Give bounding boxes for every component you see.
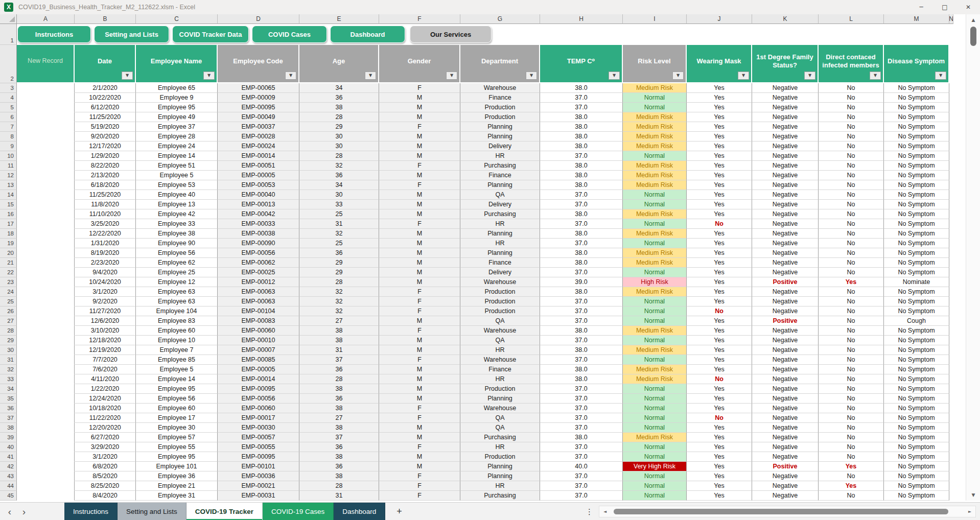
cell-wearing-mask[interactable]: Yes [687,297,752,306]
cell-disease-symptom[interactable]: No Symptom [884,180,949,190]
cell-temp[interactable]: 37.0 [540,190,623,200]
cell-department[interactable]: Planning [460,394,540,404]
cell-disease-symptom[interactable]: No Symptom [884,112,949,122]
header-cell-family-status[interactable]: 1st Degree Family Status?▼ [752,45,819,83]
row-number[interactable]: 17 [0,219,17,229]
cell-family-status[interactable]: Negative [752,423,819,433]
cell-wearing-mask[interactable]: Yes [687,161,752,171]
cell-family-status[interactable]: Negative [752,151,819,161]
cell-family-status[interactable]: Negative [752,355,819,365]
cell-employee-code[interactable]: EMP-00090 [218,239,299,248]
cell-date[interactable]: 3/10/2020 [75,326,136,336]
cell-age[interactable]: 31 [299,491,379,501]
cell-temp[interactable]: 37.0 [540,413,623,423]
select-all-corner[interactable] [0,14,17,24]
cell-gender[interactable]: M [379,258,460,268]
cell-employee-code[interactable]: EMP-00053 [218,180,299,190]
cell-employee-code[interactable]: EMP-00055 [218,442,299,452]
cell-employee-name[interactable]: Employee 57 [136,433,218,442]
cell-date[interactable]: 2/13/2020 [75,171,136,180]
cell-age[interactable]: 31 [299,219,379,229]
cell-disease-symptom[interactable]: No Symptom [884,442,949,452]
sheet-tab-covid-19-tracker[interactable]: COVID-19 Tracker [186,503,263,520]
cell-temp[interactable]: 38.0 [540,141,623,151]
cell-wearing-mask[interactable]: No [687,413,752,423]
cell-new-record[interactable] [17,122,75,132]
cell-employee-name[interactable]: Employee 55 [136,442,218,452]
cell-date[interactable]: 11/27/2020 [75,306,136,316]
cell-direct-contact[interactable]: No [819,297,884,306]
cell-direct-contact[interactable]: No [819,442,884,452]
cell-family-status[interactable]: Negative [752,209,819,219]
cell-disease-symptom[interactable]: No Symptom [884,151,949,161]
cell-direct-contact[interactable]: No [819,190,884,200]
cell-direct-contact[interactable]: No [819,491,884,501]
cell-wearing-mask[interactable]: Yes [687,248,752,258]
cell-date[interactable]: 6/12/2020 [75,103,136,112]
cell-direct-contact[interactable]: No [819,384,884,394]
cell-direct-contact[interactable]: No [819,103,884,112]
cell-age[interactable]: 28 [299,277,379,287]
cell-date[interactable]: 1/29/2020 [75,151,136,161]
cell-direct-contact[interactable]: No [819,239,884,248]
cell-date[interactable]: 3/1/2020 [75,452,136,462]
cell-risk-level[interactable]: Medium Risk [623,374,687,384]
column-letter-E[interactable]: E [299,14,379,24]
cell-age[interactable]: 32 [299,229,379,239]
cell-risk-level[interactable]: Normal [623,103,687,112]
cell-family-status[interactable]: Negative [752,103,819,112]
cell-new-record[interactable] [17,200,75,209]
sheet-tab-instructions[interactable]: Instructions [64,503,118,520]
cell-family-status[interactable]: Negative [752,83,819,93]
cell-employee-name[interactable]: Employee 12 [136,277,218,287]
vertical-scrollbar-thumb[interactable] [970,27,976,46]
cell-employee-code[interactable]: EMP-00056 [218,248,299,258]
cell-gender[interactable]: M [379,268,460,277]
cell-risk-level[interactable]: Medium Risk [623,433,687,442]
cell-age[interactable]: 37 [299,433,379,442]
cell-new-record[interactable] [17,481,75,491]
cell-direct-contact[interactable]: No [819,161,884,171]
cell-disease-symptom[interactable]: No Symptom [884,481,949,491]
cell-employee-name[interactable]: Employee 10 [136,336,218,345]
cell-department[interactable]: Planning [460,122,540,132]
cell-wearing-mask[interactable]: Yes [687,365,752,374]
row-number[interactable]: 34 [0,384,17,394]
cell-date[interactable]: 7/6/2020 [75,365,136,374]
header-cell-employee-name[interactable]: Employee Name▼ [136,45,218,83]
cell-wearing-mask[interactable]: Yes [687,93,752,103]
cell-new-record[interactable] [17,287,75,297]
filter-button[interactable]: ▼ [446,72,457,80]
minimize-icon[interactable]: ─ [909,0,933,14]
cell-risk-level[interactable]: Normal [623,306,687,316]
row-number[interactable]: 3 [0,83,17,93]
cell-gender[interactable]: M [379,151,460,161]
row-number[interactable]: 37 [0,413,17,423]
column-letter-A[interactable]: A [17,14,75,24]
cell-risk-level[interactable]: Normal [623,219,687,229]
cell-family-status[interactable]: Negative [752,190,819,200]
cell-new-record[interactable] [17,462,75,471]
cell-gender[interactable]: M [379,200,460,209]
cell-direct-contact[interactable]: No [819,336,884,345]
cell-employee-name[interactable]: Employee 31 [136,491,218,501]
cell-disease-symptom[interactable]: No Symptom [884,491,949,501]
cell-new-record[interactable] [17,219,75,229]
cell-age[interactable]: 36 [299,365,379,374]
cell-wearing-mask[interactable]: No [687,306,752,316]
header-cell-direct-contact[interactable]: Direct contaced infected members▼ [819,45,884,83]
cell-family-status[interactable]: Negative [752,258,819,268]
cell-wearing-mask[interactable]: Yes [687,326,752,336]
cell-temp[interactable]: 38.0 [540,326,623,336]
cell-age[interactable]: 31 [299,345,379,355]
row-number[interactable]: 18 [0,229,17,239]
cell-employee-name[interactable]: Employee 95 [136,384,218,394]
cell-employee-name[interactable]: Employee 104 [136,306,218,316]
cell-employee-code[interactable]: EMP-00063 [218,297,299,306]
cell-department[interactable]: Production [460,452,540,462]
cell-temp[interactable]: 38.0 [540,374,623,384]
cell-department[interactable]: Warehouse [460,83,540,93]
cell-direct-contact[interactable]: No [819,345,884,355]
cell-department[interactable]: HR [460,345,540,355]
cell-family-status[interactable]: Negative [752,287,819,297]
